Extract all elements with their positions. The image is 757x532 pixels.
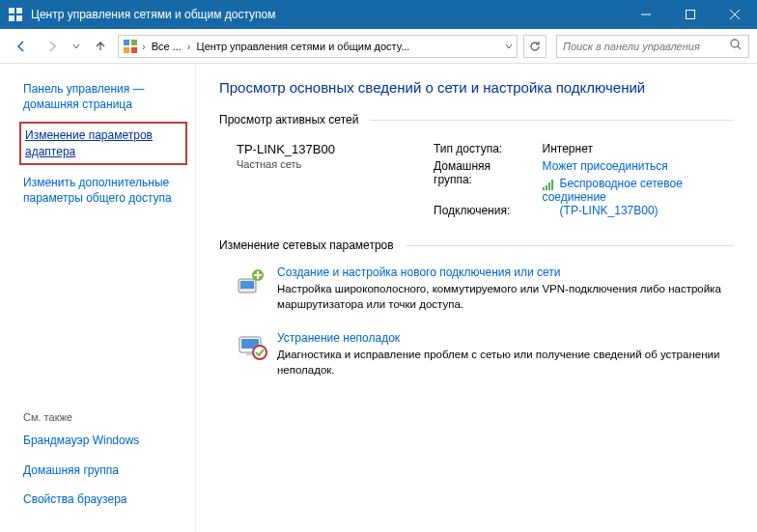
sidebar-home-link[interactable]: Панель управления — домашняя страница [23,81,183,112]
chevron-right-icon[interactable]: › [185,36,193,57]
close-button[interactable] [713,0,757,29]
change-settings-header: Изменение сетевых параметров [219,238,734,252]
svg-line-13 [738,46,741,49]
search-input[interactable] [563,41,729,52]
svg-rect-9 [131,40,137,45]
svg-rect-1 [16,8,22,14]
search-box[interactable] [556,35,749,58]
breadcrumb-seg-all[interactable]: Все ... [148,36,185,57]
svg-rect-8 [124,40,129,45]
task-new-connection-desc: Настройка широкополосного, коммутируемог… [277,282,734,312]
breadcrumb-seg-current[interactable]: Центр управления сетями и общим досту... [193,36,414,57]
window-title: Центр управления сетями и общим доступом [31,8,624,21]
breadcrumb-icon [121,39,140,54]
sidebar-advanced-link[interactable]: Изменить дополнительные параметры общего… [23,175,183,206]
svg-rect-0 [9,8,14,14]
highlight-annotation: Изменение параметров адаптера [19,122,187,164]
wifi-signal-icon [543,179,556,190]
svg-point-22 [253,346,266,359]
refresh-button[interactable] [523,35,547,58]
task-troubleshoot: Устранение неполадок Диагностика и испра… [219,325,734,391]
svg-rect-11 [131,47,137,53]
task-new-connection: Создание и настройка нового подключения … [219,260,734,325]
sidebar-firewall-link[interactable]: Брандмауэр Windows [23,433,183,448]
active-networks-header: Просмотр активных сетей [219,113,734,126]
page-title: Просмотр основных сведений о сети и наст… [219,79,734,96]
svg-rect-5 [687,11,695,19]
value-access: Интернет [543,142,734,155]
svg-rect-3 [16,15,22,21]
connection-link[interactable]: Беспроводное сетевое соединение [543,177,683,204]
sidebar: Панель управления — домашняя страница Из… [0,64,196,532]
troubleshoot-icon [237,331,267,362]
sidebar-adapter-link[interactable]: Изменение параметров адаптера [25,128,153,157]
up-button[interactable] [87,33,114,60]
network-block: TP-LINK_137B00 Частная сеть Тип доступа:… [219,134,734,238]
svg-point-12 [731,40,739,47]
label-access: Тип доступа: [434,142,525,155]
task-new-connection-link[interactable]: Создание и настройка нового подключения … [277,266,734,279]
minimize-button[interactable] [624,0,668,29]
svg-rect-10 [124,47,129,53]
network-name: TP-LINK_137B00 [237,142,410,156]
sidebar-homegroup-link[interactable]: Домашняя группа [23,462,183,478]
new-connection-icon [237,266,267,296]
svg-rect-2 [9,15,14,21]
chevron-down-icon[interactable] [503,36,515,57]
search-icon [729,38,743,54]
connection-link-sub[interactable]: (TP-LINK_137B00) [560,204,659,217]
titlebar: Центр управления сетями и общим доступом [0,0,757,29]
breadcrumb[interactable]: › Все ... › Центр управления сетями и об… [118,35,518,58]
main-content: Просмотр основных сведений о сети и наст… [196,64,757,532]
app-icon [8,7,23,22]
maximize-button[interactable] [668,0,713,29]
chevron-right-icon[interactable]: › [140,36,148,57]
history-dropdown[interactable] [70,33,83,60]
task-troubleshoot-desc: Диагностика и исправление проблем с сеть… [277,348,734,378]
back-button[interactable] [8,33,35,60]
label-homegroup: Домашняя группа: [434,159,525,186]
task-troubleshoot-link[interactable]: Устранение неполадок [277,331,734,345]
homegroup-link[interactable]: Может присоединиться [543,159,668,173]
forward-button[interactable] [39,33,66,60]
network-type: Частная сеть [237,158,410,170]
see-also-header: См. также [23,411,183,423]
sidebar-browser-link[interactable]: Свойства браузера [23,491,183,507]
toolbar: › Все ... › Центр управления сетями и об… [0,29,757,64]
label-connections: Подключения: [434,204,525,217]
svg-rect-15 [240,281,254,289]
